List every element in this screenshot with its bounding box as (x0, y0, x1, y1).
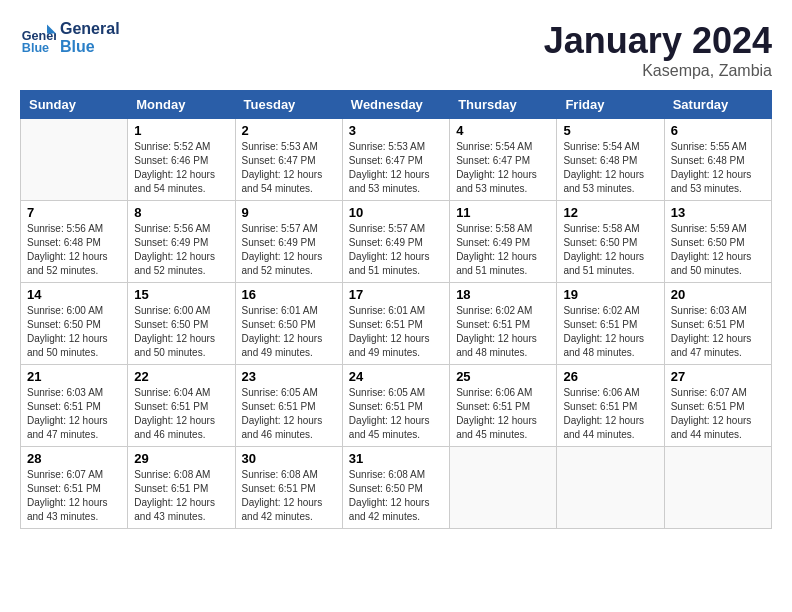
week-row-3: 14Sunrise: 6:00 AMSunset: 6:50 PMDayligh… (21, 283, 772, 365)
day-info: Sunrise: 6:00 AMSunset: 6:50 PMDaylight:… (134, 304, 228, 360)
day-info: Sunrise: 6:07 AMSunset: 6:51 PMDaylight:… (27, 468, 121, 524)
weekday-header-saturday: Saturday (664, 91, 771, 119)
calendar-cell: 6Sunrise: 5:55 AMSunset: 6:48 PMDaylight… (664, 119, 771, 201)
day-info: Sunrise: 5:58 AMSunset: 6:49 PMDaylight:… (456, 222, 550, 278)
logo-text: General Blue (60, 20, 120, 55)
weekday-header-sunday: Sunday (21, 91, 128, 119)
day-number: 8 (134, 205, 228, 220)
day-number: 23 (242, 369, 336, 384)
location-subtitle: Kasempa, Zambia (544, 62, 772, 80)
calendar-cell: 11Sunrise: 5:58 AMSunset: 6:49 PMDayligh… (450, 201, 557, 283)
day-number: 3 (349, 123, 443, 138)
day-info: Sunrise: 6:02 AMSunset: 6:51 PMDaylight:… (456, 304, 550, 360)
day-info: Sunrise: 6:05 AMSunset: 6:51 PMDaylight:… (242, 386, 336, 442)
calendar-cell: 31Sunrise: 6:08 AMSunset: 6:50 PMDayligh… (342, 447, 449, 529)
weekday-header-monday: Monday (128, 91, 235, 119)
day-info: Sunrise: 6:03 AMSunset: 6:51 PMDaylight:… (27, 386, 121, 442)
day-number: 19 (563, 287, 657, 302)
day-info: Sunrise: 6:05 AMSunset: 6:51 PMDaylight:… (349, 386, 443, 442)
day-info: Sunrise: 5:53 AMSunset: 6:47 PMDaylight:… (349, 140, 443, 196)
day-number: 16 (242, 287, 336, 302)
calendar-cell: 26Sunrise: 6:06 AMSunset: 6:51 PMDayligh… (557, 365, 664, 447)
week-row-5: 28Sunrise: 6:07 AMSunset: 6:51 PMDayligh… (21, 447, 772, 529)
day-info: Sunrise: 5:56 AMSunset: 6:49 PMDaylight:… (134, 222, 228, 278)
calendar-cell: 4Sunrise: 5:54 AMSunset: 6:47 PMDaylight… (450, 119, 557, 201)
calendar-cell: 29Sunrise: 6:08 AMSunset: 6:51 PMDayligh… (128, 447, 235, 529)
calendar-cell: 7Sunrise: 5:56 AMSunset: 6:48 PMDaylight… (21, 201, 128, 283)
week-row-1: 1Sunrise: 5:52 AMSunset: 6:46 PMDaylight… (21, 119, 772, 201)
day-number: 20 (671, 287, 765, 302)
day-number: 24 (349, 369, 443, 384)
calendar-cell: 28Sunrise: 6:07 AMSunset: 6:51 PMDayligh… (21, 447, 128, 529)
weekday-header-thursday: Thursday (450, 91, 557, 119)
weekday-header-wednesday: Wednesday (342, 91, 449, 119)
calendar-cell (450, 447, 557, 529)
calendar-cell (21, 119, 128, 201)
calendar-cell: 18Sunrise: 6:02 AMSunset: 6:51 PMDayligh… (450, 283, 557, 365)
day-info: Sunrise: 5:56 AMSunset: 6:48 PMDaylight:… (27, 222, 121, 278)
day-info: Sunrise: 5:54 AMSunset: 6:48 PMDaylight:… (563, 140, 657, 196)
calendar-cell: 21Sunrise: 6:03 AMSunset: 6:51 PMDayligh… (21, 365, 128, 447)
day-info: Sunrise: 6:08 AMSunset: 6:51 PMDaylight:… (242, 468, 336, 524)
calendar-cell: 17Sunrise: 6:01 AMSunset: 6:51 PMDayligh… (342, 283, 449, 365)
calendar-cell: 5Sunrise: 5:54 AMSunset: 6:48 PMDaylight… (557, 119, 664, 201)
day-number: 25 (456, 369, 550, 384)
day-info: Sunrise: 6:06 AMSunset: 6:51 PMDaylight:… (456, 386, 550, 442)
day-number: 2 (242, 123, 336, 138)
day-number: 4 (456, 123, 550, 138)
day-number: 7 (27, 205, 121, 220)
day-info: Sunrise: 6:01 AMSunset: 6:50 PMDaylight:… (242, 304, 336, 360)
day-number: 13 (671, 205, 765, 220)
calendar-cell: 24Sunrise: 6:05 AMSunset: 6:51 PMDayligh… (342, 365, 449, 447)
calendar-cell: 16Sunrise: 6:01 AMSunset: 6:50 PMDayligh… (235, 283, 342, 365)
calendar-cell: 20Sunrise: 6:03 AMSunset: 6:51 PMDayligh… (664, 283, 771, 365)
day-number: 27 (671, 369, 765, 384)
day-number: 14 (27, 287, 121, 302)
day-info: Sunrise: 5:54 AMSunset: 6:47 PMDaylight:… (456, 140, 550, 196)
day-number: 5 (563, 123, 657, 138)
day-number: 12 (563, 205, 657, 220)
day-number: 22 (134, 369, 228, 384)
calendar-cell: 25Sunrise: 6:06 AMSunset: 6:51 PMDayligh… (450, 365, 557, 447)
day-number: 1 (134, 123, 228, 138)
weekday-header-friday: Friday (557, 91, 664, 119)
day-number: 15 (134, 287, 228, 302)
day-info: Sunrise: 5:59 AMSunset: 6:50 PMDaylight:… (671, 222, 765, 278)
calendar-cell: 19Sunrise: 6:02 AMSunset: 6:51 PMDayligh… (557, 283, 664, 365)
day-info: Sunrise: 6:02 AMSunset: 6:51 PMDaylight:… (563, 304, 657, 360)
day-info: Sunrise: 6:08 AMSunset: 6:50 PMDaylight:… (349, 468, 443, 524)
calendar-cell: 15Sunrise: 6:00 AMSunset: 6:50 PMDayligh… (128, 283, 235, 365)
calendar-cell: 30Sunrise: 6:08 AMSunset: 6:51 PMDayligh… (235, 447, 342, 529)
calendar-body: 1Sunrise: 5:52 AMSunset: 6:46 PMDaylight… (21, 119, 772, 529)
day-number: 10 (349, 205, 443, 220)
day-info: Sunrise: 6:04 AMSunset: 6:51 PMDaylight:… (134, 386, 228, 442)
day-number: 11 (456, 205, 550, 220)
day-number: 18 (456, 287, 550, 302)
calendar-cell: 23Sunrise: 6:05 AMSunset: 6:51 PMDayligh… (235, 365, 342, 447)
day-info: Sunrise: 5:57 AMSunset: 6:49 PMDaylight:… (349, 222, 443, 278)
day-number: 28 (27, 451, 121, 466)
month-title: January 2024 (544, 20, 772, 62)
logo-icon: General Blue (20, 20, 56, 56)
svg-text:Blue: Blue (22, 41, 49, 55)
calendar-cell: 2Sunrise: 5:53 AMSunset: 6:47 PMDaylight… (235, 119, 342, 201)
calendar-cell: 22Sunrise: 6:04 AMSunset: 6:51 PMDayligh… (128, 365, 235, 447)
calendar-table: SundayMondayTuesdayWednesdayThursdayFrid… (20, 90, 772, 529)
weekday-header-row: SundayMondayTuesdayWednesdayThursdayFrid… (21, 91, 772, 119)
logo-line1: General (60, 20, 120, 38)
day-info: Sunrise: 6:00 AMSunset: 6:50 PMDaylight:… (27, 304, 121, 360)
day-info: Sunrise: 5:58 AMSunset: 6:50 PMDaylight:… (563, 222, 657, 278)
day-number: 21 (27, 369, 121, 384)
calendar-cell: 12Sunrise: 5:58 AMSunset: 6:50 PMDayligh… (557, 201, 664, 283)
week-row-4: 21Sunrise: 6:03 AMSunset: 6:51 PMDayligh… (21, 365, 772, 447)
day-number: 17 (349, 287, 443, 302)
day-number: 30 (242, 451, 336, 466)
day-number: 29 (134, 451, 228, 466)
week-row-2: 7Sunrise: 5:56 AMSunset: 6:48 PMDaylight… (21, 201, 772, 283)
page-header: General Blue General Blue January 2024 K… (20, 20, 772, 80)
day-info: Sunrise: 5:52 AMSunset: 6:46 PMDaylight:… (134, 140, 228, 196)
calendar-cell: 27Sunrise: 6:07 AMSunset: 6:51 PMDayligh… (664, 365, 771, 447)
logo-line2: Blue (60, 38, 120, 56)
calendar-cell: 1Sunrise: 5:52 AMSunset: 6:46 PMDaylight… (128, 119, 235, 201)
day-info: Sunrise: 5:55 AMSunset: 6:48 PMDaylight:… (671, 140, 765, 196)
